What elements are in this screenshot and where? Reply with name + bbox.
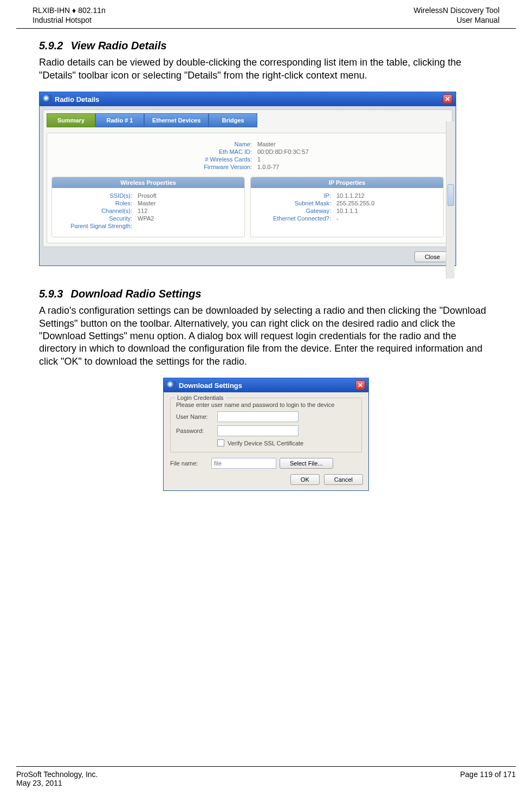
radio-details-titlebar[interactable]: Radio Details ✕ bbox=[40, 92, 456, 106]
wireless-panel: Wireless Properties SSID(s):Prosoft Role… bbox=[51, 177, 245, 237]
label-cards: # Wireless Cards: bbox=[149, 156, 257, 163]
section-593-num: 5.9.3 bbox=[39, 288, 63, 300]
label-eth-conn: Ethernet Connected?: bbox=[255, 215, 336, 222]
label-roles: Roles: bbox=[56, 200, 138, 206]
summary-kv: Name:Master Eth MAC ID:00:0D:8D:F0:3C:57… bbox=[51, 139, 444, 177]
section-593-heading: Download Radio Settings bbox=[70, 288, 201, 300]
value-eth-conn: - bbox=[336, 215, 439, 222]
footer-company: ProSoft Technology, Inc. bbox=[16, 770, 98, 779]
header-right-line1: WirelessN Discovery Tool bbox=[414, 5, 499, 15]
summary-card: Name:Master Eth MAC ID:00:0D:8D:F0:3C:57… bbox=[47, 133, 449, 243]
password-label: Password: bbox=[176, 428, 214, 434]
tab-radio1[interactable]: Radio # 1 bbox=[95, 113, 144, 127]
ok-button[interactable]: OK bbox=[290, 474, 320, 485]
label-security: Security: bbox=[56, 215, 138, 222]
ip-panel-header: IP Properties bbox=[251, 177, 443, 188]
value-cards: 1 bbox=[257, 156, 444, 163]
header-left: RLXIB-IHN ♦ 802.11n Industrial Hotspot bbox=[33, 5, 106, 25]
app-icon bbox=[43, 95, 51, 103]
footer-page: Page 119 of 171 bbox=[460, 770, 516, 787]
label-parent-signal: Parent Signal Strength: bbox=[56, 223, 138, 229]
password-input[interactable] bbox=[217, 425, 299, 436]
radio-details-bottom-bar: Close bbox=[40, 248, 456, 266]
download-title: Download Settings bbox=[179, 381, 242, 390]
value-ssid: Prosoft bbox=[138, 192, 240, 199]
label-ssid: SSID(s): bbox=[56, 192, 138, 199]
cancel-button[interactable]: Cancel bbox=[324, 474, 363, 485]
section-592-title: 5.9.2View Radio Details bbox=[39, 40, 493, 52]
select-file-button[interactable]: Select File... bbox=[280, 458, 333, 469]
value-ip: 10.1.1.212 bbox=[336, 192, 439, 199]
header-left-line2: Industrial Hotspot bbox=[33, 15, 106, 25]
page-header: RLXIB-IHN ♦ 802.11n Industrial Hotspot W… bbox=[16, 0, 516, 29]
username-input[interactable] bbox=[217, 411, 299, 422]
close-button[interactable]: Close bbox=[414, 251, 450, 262]
tabs: Summary Radio # 1 Ethernet Devices Bridg… bbox=[47, 113, 449, 127]
radio-details-window: Radio Details ✕ Summary Radio # 1 Ethern… bbox=[39, 92, 456, 266]
label-gateway: Gateway: bbox=[255, 208, 336, 214]
download-titlebar[interactable]: Download Settings ✕ bbox=[164, 378, 368, 392]
tab-summary[interactable]: Summary bbox=[47, 113, 95, 127]
section-592-num: 5.9.2 bbox=[39, 40, 63, 51]
value-subnet: 255.255.255.0 bbox=[336, 200, 439, 206]
footer-left: ProSoft Technology, Inc. May 23, 2011 bbox=[16, 770, 98, 787]
section-593-title: 5.9.3Download Radio Settings bbox=[39, 288, 493, 300]
page-content: 5.9.2View Radio Details Radio details ca… bbox=[0, 29, 532, 491]
scrollbar[interactable] bbox=[446, 121, 455, 279]
ssl-checkbox[interactable] bbox=[217, 439, 224, 446]
username-label: User Name: bbox=[176, 413, 214, 420]
value-security: WPA2 bbox=[138, 215, 240, 222]
section-592-body: Radio details can be viewed by double-cl… bbox=[39, 56, 493, 82]
login-fieldset: Login Credentials Please enter user name… bbox=[170, 398, 362, 452]
value-gateway: 10.1.1.1 bbox=[336, 208, 439, 214]
wireless-panel-header: Wireless Properties bbox=[52, 177, 244, 188]
section-592-heading: View Radio Details bbox=[70, 40, 166, 51]
app-icon bbox=[167, 381, 176, 390]
page-footer: ProSoft Technology, Inc. May 23, 2011 Pa… bbox=[16, 766, 516, 787]
scrollbar-thumb[interactable] bbox=[447, 184, 454, 206]
value-roles: Master bbox=[138, 200, 240, 206]
filename-input[interactable] bbox=[211, 458, 276, 469]
footer-date: May 23, 2011 bbox=[16, 779, 98, 787]
value-channels: 112 bbox=[138, 208, 240, 214]
label-mac: Eth MAC ID: bbox=[149, 148, 257, 155]
section-593-body: A radio's configuration settings can be … bbox=[39, 305, 493, 368]
label-name: Name: bbox=[149, 141, 257, 147]
value-parent-signal bbox=[138, 223, 240, 229]
tab-bridges[interactable]: Bridges bbox=[209, 113, 257, 127]
tab-ethernet-devices[interactable]: Ethernet Devices bbox=[144, 113, 209, 127]
download-settings-window: Download Settings ✕ Login Credentials Pl… bbox=[163, 378, 369, 491]
header-right: WirelessN Discovery Tool User Manual bbox=[414, 5, 499, 25]
login-legend: Login Credentials bbox=[175, 394, 226, 401]
value-mac: 00:0D:8D:F0:3C:57 bbox=[257, 148, 444, 155]
value-fw: 1.0.0-77 bbox=[257, 164, 444, 170]
header-left-line1: RLXIB-IHN ♦ 802.11n bbox=[33, 5, 106, 15]
login-prompt: Please enter user name and password to l… bbox=[176, 402, 356, 408]
ssl-checkbox-label: Verify Device SSL Certificate bbox=[228, 440, 303, 446]
header-right-line2: User Manual bbox=[414, 15, 499, 25]
close-icon[interactable]: ✕ bbox=[355, 380, 365, 390]
label-fw: Firmware Version: bbox=[149, 164, 257, 170]
value-name: Master bbox=[257, 141, 444, 147]
ip-panel: IP Properties IP:10.1.1.212 Subnet Mask:… bbox=[250, 177, 444, 237]
label-ip: IP: bbox=[255, 192, 336, 199]
close-icon[interactable]: ✕ bbox=[443, 94, 452, 104]
radio-details-title: Radio Details bbox=[55, 95, 99, 103]
filename-label: File name: bbox=[170, 460, 208, 467]
label-subnet: Subnet Mask: bbox=[255, 200, 336, 206]
label-channels: Channel(s): bbox=[56, 208, 138, 214]
